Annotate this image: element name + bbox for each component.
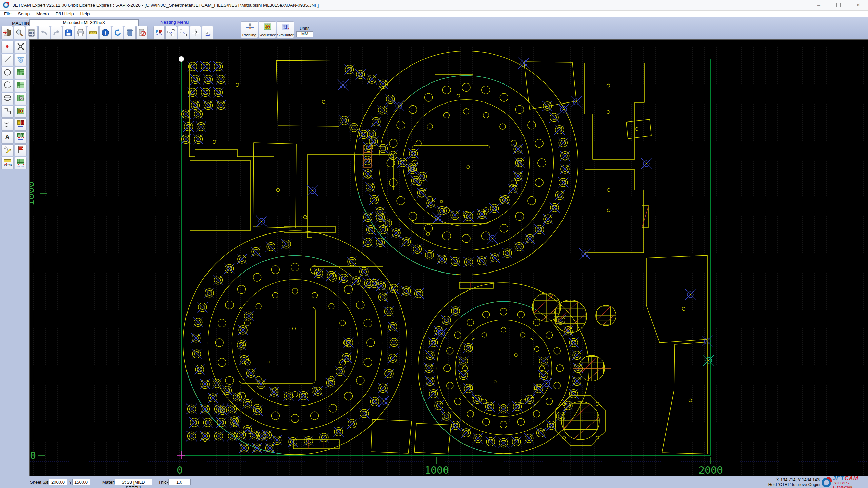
sheetsyr-icon (16, 119, 25, 130)
scale-icon: 2x1x (3, 158, 12, 168)
order-icon (167, 28, 176, 38)
sequence-button[interactable]: Sequence (259, 21, 276, 38)
svg-text:1x: 1x (9, 163, 12, 167)
sheet-y-field[interactable]: 1500.0 (72, 479, 90, 485)
redo-icon (52, 28, 61, 38)
zoom-icon (15, 28, 24, 38)
movepart-icon (179, 28, 188, 38)
redo-button[interactable] (51, 26, 62, 40)
mirror-part-button[interactable] (190, 26, 201, 40)
thickness-field[interactable]: 1.0 (168, 479, 191, 485)
cursor-coordinates: X 194.714, Y 1484.143 Hold 'CTRL' to mov… (768, 477, 820, 487)
tool-palette: A2x1x (0, 39, 29, 477)
status-bar: Sheet Size X 2000.0 Y 1500.0 Material St… (0, 476, 868, 488)
material-field[interactable]: St 33 [MILD STEEL] (115, 479, 152, 485)
point-tool-button[interactable] (1, 41, 14, 53)
notch-tool-button[interactable] (1, 118, 14, 131)
dimension-tool-button[interactable] (15, 54, 27, 66)
units-field[interactable]: MM (296, 31, 313, 37)
scale-tool-button[interactable]: 2x1x (1, 157, 14, 169)
menu-file[interactable]: File (4, 11, 12, 16)
save-button[interactable] (63, 26, 74, 40)
slot-tool-button[interactable] (1, 93, 14, 105)
info-button[interactable]: i (100, 26, 111, 40)
corner-tool-button[interactable] (1, 106, 14, 118)
mirror-icon (191, 28, 200, 38)
nest-partial-tool-button[interactable] (15, 80, 27, 92)
circle-tool-button[interactable] (1, 67, 14, 79)
calculator-icon (27, 28, 36, 38)
nest-auto-tool-button[interactable] (15, 93, 27, 105)
sheet-x-label: X (45, 480, 48, 485)
profiling-button[interactable]: Profiling (241, 21, 258, 38)
sheets-done-tool-button[interactable] (15, 131, 27, 144)
svg-text:i: i (105, 30, 106, 35)
nestmouse-icon (16, 94, 25, 104)
point-icon (3, 42, 12, 52)
order-parts-button[interactable] (165, 26, 177, 40)
line-icon (3, 55, 12, 65)
arc-tool-button[interactable] (1, 80, 14, 92)
dim-icon (16, 55, 25, 65)
nest-drawing[interactable]: 01000200010000 (30, 40, 868, 476)
exit-icon (3, 28, 12, 38)
sheetsg-icon (16, 132, 25, 143)
circle-icon (3, 68, 12, 78)
line-tool-button[interactable] (1, 54, 14, 66)
sheet-y-label: Y (69, 480, 72, 485)
sheet-dim-tool-button[interactable] (15, 157, 27, 169)
sheet-x-field[interactable]: 2000.0 (49, 479, 67, 485)
svg-text:1000: 1000 (425, 464, 449, 476)
machine-label: MACHINE (12, 21, 32, 26)
undo-button[interactable] (38, 26, 50, 40)
nest-canvas-area[interactable]: 01000200010000 (29, 39, 868, 476)
window-controls: – ✕ (809, 0, 868, 10)
delete-button[interactable] (124, 26, 136, 40)
flag-icon (16, 145, 25, 155)
corner-icon (3, 107, 12, 117)
sketch-tool-button[interactable] (1, 144, 14, 156)
slot-icon (3, 94, 12, 104)
restore-button[interactable] (829, 0, 848, 10)
profiling-label: Profiling (242, 33, 257, 37)
sequence-icon (16, 107, 25, 117)
nesting-menu-label: Nesting Menu (160, 20, 189, 25)
rotate-part-button[interactable] (202, 26, 213, 40)
move-icon (16, 42, 25, 52)
measure-icon: 5 (88, 28, 97, 38)
rotatepart-icon (203, 28, 212, 38)
delete-icon (125, 28, 134, 38)
ribbon-toolbar: MACHINE Mitsubishi ML3015eX Nesting Menu… (0, 17, 868, 39)
svg-text:1000: 1000 (30, 181, 36, 206)
zoom-button[interactable] (14, 26, 25, 40)
simulator-button[interactable]: Simulator (277, 21, 294, 38)
machine-field[interactable]: Mitsubishi ML3015eX (29, 19, 139, 26)
svg-text:0: 0 (177, 464, 183, 476)
menu-macro[interactable]: Macro (36, 11, 49, 16)
sequence-label: Sequence (259, 33, 276, 37)
nest-parts-button[interactable] (153, 26, 165, 40)
minimize-button[interactable]: – (809, 0, 829, 10)
arc-icon (3, 81, 12, 91)
close-button[interactable]: ✕ (848, 0, 868, 10)
jetcam-logo: JETCAM FOR TOTAL AUTOMATION (821, 477, 865, 488)
flag-tool-button[interactable] (15, 144, 27, 156)
text-tool-button[interactable]: A (1, 131, 14, 144)
svg-text:A: A (5, 134, 10, 140)
measure-button[interactable]: 5 (87, 26, 99, 40)
menu-setup[interactable]: Setup (18, 11, 30, 16)
sheets-queue-tool-button[interactable] (15, 118, 27, 131)
print-button[interactable] (75, 26, 86, 40)
move-tool-button[interactable] (15, 41, 27, 53)
origin-hint: Hold 'CTRL' to move Origin (768, 482, 820, 487)
nest-full-tool-button[interactable] (15, 67, 27, 79)
menu-p-u-help[interactable]: P/U Help (56, 11, 74, 16)
sequence-tool-button[interactable] (15, 106, 27, 118)
refresh-button[interactable] (112, 26, 123, 40)
refresh-icon (113, 28, 122, 38)
calculator-button[interactable] (26, 26, 37, 40)
menu-help[interactable]: Help (80, 11, 90, 16)
exit-button[interactable] (1, 26, 13, 40)
report-button[interactable] (136, 26, 148, 40)
move-part-button[interactable] (178, 26, 189, 40)
